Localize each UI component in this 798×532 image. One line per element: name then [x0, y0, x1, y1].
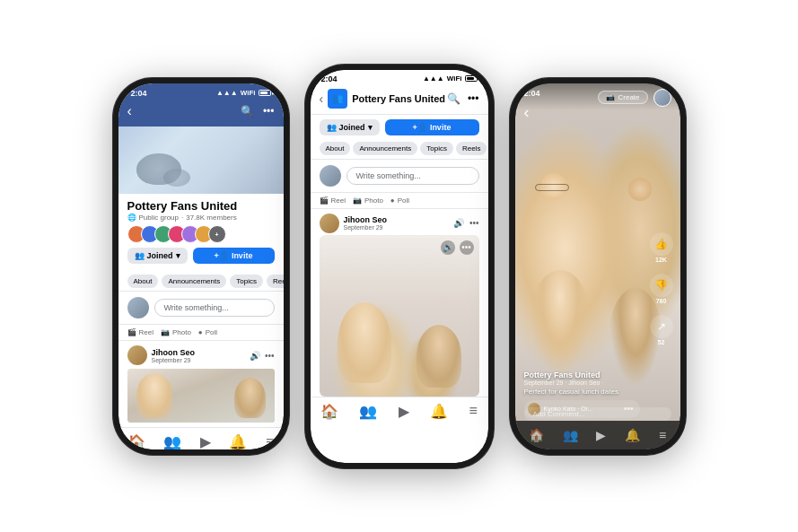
nav-menu-right[interactable]: ≡	[659, 428, 666, 442]
nav-bar-center: 🏠 👥 ▶ 🔔 ≡	[311, 397, 488, 423]
reel-overlay-top: 2:04 📷 Create	[515, 83, 680, 110]
nav-video-center[interactable]: ▶	[399, 403, 409, 420]
comment-input-reel[interactable]: Add Comment...	[524, 407, 671, 421]
wifi-icon-left: WiFi	[241, 89, 256, 97]
video-persons	[320, 235, 479, 397]
invite-button-center[interactable]: +👤 Invite	[385, 119, 479, 135]
status-time-left: 2:04	[131, 89, 147, 98]
reel-action-center[interactable]: 🎬 Reel	[320, 196, 346, 205]
photo-action-left[interactable]: 📷 Photo	[161, 328, 191, 336]
header-right-center: 🔍 •••	[447, 92, 479, 105]
status-icons-center: ▲▲▲ WiFi	[423, 74, 478, 83]
nav-menu-center[interactable]: ≡	[469, 403, 477, 419]
tab-topics-left[interactable]: Topics	[230, 275, 263, 288]
tab-about-left[interactable]: About	[127, 275, 159, 288]
more-icon-left[interactable]: •••	[263, 105, 275, 118]
photo-action-center[interactable]: 📷 Photo	[353, 196, 383, 205]
tab-topics-center[interactable]: Topics	[420, 142, 453, 155]
reel-side-actions: 👍 12K 👎 780 ↗ 52	[650, 232, 673, 345]
search-icon-left[interactable]: 🔍	[241, 105, 254, 118]
tab-announcements-left[interactable]: Announcements	[162, 275, 226, 288]
tab-reels-center[interactable]: Reels	[456, 142, 487, 155]
reel-user-avatar[interactable]	[653, 89, 671, 107]
nav-video-right[interactable]: ▶	[596, 428, 606, 442]
camera-icon-reel: 📷	[606, 93, 615, 101]
invite-button-left[interactable]: +👤 Invite	[193, 248, 275, 264]
avatar-more[interactable]: +	[208, 225, 226, 243]
joined-button-left[interactable]: 👥 Joined ▾	[127, 248, 188, 264]
volume-icon-center[interactable]: 🔊	[453, 218, 464, 228]
author-info-left: Jihoon Seo September 29	[152, 348, 196, 363]
post-avatar-left	[127, 297, 149, 318]
back-button-left[interactable]: ‹	[127, 103, 132, 119]
tab-about-center[interactable]: About	[320, 142, 351, 155]
reel-action-left[interactable]: 🎬 Reel	[127, 328, 153, 336]
battery-left	[259, 90, 271, 96]
nav-menu-left[interactable]: ≡	[266, 434, 274, 449]
nav-groups-center[interactable]: 👥	[359, 403, 377, 420]
nav-home-left[interactable]: 🏠	[127, 433, 145, 449]
reel-like-action[interactable]: 👍 12K	[650, 232, 673, 263]
signal-icon-left: ▲▲▲	[216, 89, 238, 97]
feed-post-left: Jihoon Seo September 29 🔊 •••	[118, 341, 284, 427]
poll-icon-left: ●	[198, 328, 203, 336]
video-thumb-left[interactable]	[127, 369, 275, 423]
post-box-left: Write something...	[118, 292, 284, 325]
nav-home-center[interactable]: 🏠	[320, 403, 338, 420]
face-right	[628, 178, 652, 201]
reel-author-date: September 29 · Jihoon Seo ·	[524, 379, 640, 386]
post-controls-center: 🔊 •••	[453, 218, 479, 228]
status-bar-center: 2:04 ▲▲▲ WiFi	[311, 70, 488, 85]
person-add-icon: +👤	[215, 251, 229, 260]
back-button-center[interactable]: ‹	[320, 92, 324, 106]
more-post-center[interactable]: •••	[469, 218, 479, 228]
reel-group-name: Pottery Fans United	[524, 371, 640, 379]
nav-bell-center[interactable]: 🔔	[430, 403, 448, 420]
more-post-icon-left[interactable]: •••	[265, 351, 275, 361]
poll-icon-center: ●	[390, 196, 395, 205]
people-icon-btn: 👥	[135, 251, 145, 260]
back-button-right[interactable]: ‹	[524, 103, 530, 122]
nav-video-left[interactable]: ▶	[200, 433, 211, 449]
chevron-down-icon: ▾	[176, 251, 180, 260]
more-icon-video[interactable]: •••	[460, 240, 474, 255]
poll-action-center[interactable]: ● Poll	[390, 196, 409, 205]
group-icon-center: 👥	[328, 89, 347, 109]
author-avatar-left	[127, 345, 147, 365]
video-center[interactable]: 🔊 •••	[320, 235, 479, 397]
nav-groups-right[interactable]: 👥	[563, 428, 578, 442]
reel-icon-center: 🎬	[320, 196, 329, 205]
reel-top-right: 📷 Create	[598, 89, 671, 107]
tab-announcements-center[interactable]: Announcements	[353, 142, 417, 155]
group-name-left: Pottery Fans United	[127, 199, 275, 214]
author-avatar-center	[320, 214, 339, 233]
header-icons-left: 🔍 •••	[241, 105, 275, 118]
post-author-row-center: Jihoon Seo September 29 🔊 •••	[311, 209, 488, 235]
more-icon-center[interactable]: •••	[468, 92, 479, 105]
poll-action-left[interactable]: ● Poll	[198, 328, 217, 336]
search-icon-center[interactable]: 🔍	[447, 92, 460, 105]
tab-reels-left[interactable]: Reels	[267, 275, 284, 288]
reel-dislike-action[interactable]: 👎 780	[650, 274, 673, 304]
nav-bell-left[interactable]: 🔔	[229, 433, 247, 449]
group-meta-left: 🌐 Public group · 37.8K members	[127, 214, 275, 222]
post-box-center: Write something...	[311, 160, 488, 193]
phone-left: 2:04 ▲▲▲ WiFi ‹ 🔍 •••	[113, 78, 289, 455]
header-left: ‹ 🔍 •••	[118, 100, 284, 126]
chevron-icon-center: ▾	[368, 123, 373, 132]
header-center: ‹ 👥 Pottery Fans United 🔍 •••	[311, 85, 488, 115]
nav-bell-right[interactable]: 🔔	[625, 428, 640, 442]
volume-icon-left[interactable]: 🔊	[250, 351, 260, 361]
create-button[interactable]: 📷 Create	[598, 91, 647, 104]
reel-share-action[interactable]: ↗ 52	[650, 315, 673, 345]
post-input-center[interactable]: Write something...	[346, 167, 479, 185]
post-input-left[interactable]: Write something...	[154, 299, 275, 317]
nav-groups-left[interactable]: 👥	[163, 433, 181, 449]
member-avatars-left: +	[127, 225, 275, 243]
author-info-center: Jihoon Seo September 29	[344, 215, 388, 231]
nav-home-right[interactable]: 🏠	[529, 428, 544, 442]
status-time-center: 2:04	[321, 74, 338, 83]
vol-icon-center[interactable]: 🔊	[441, 240, 455, 255]
joined-button-center[interactable]: 👥 Joined ▾	[320, 119, 380, 135]
header-left-center: ‹ 👥 Pottery Fans United	[320, 89, 446, 109]
